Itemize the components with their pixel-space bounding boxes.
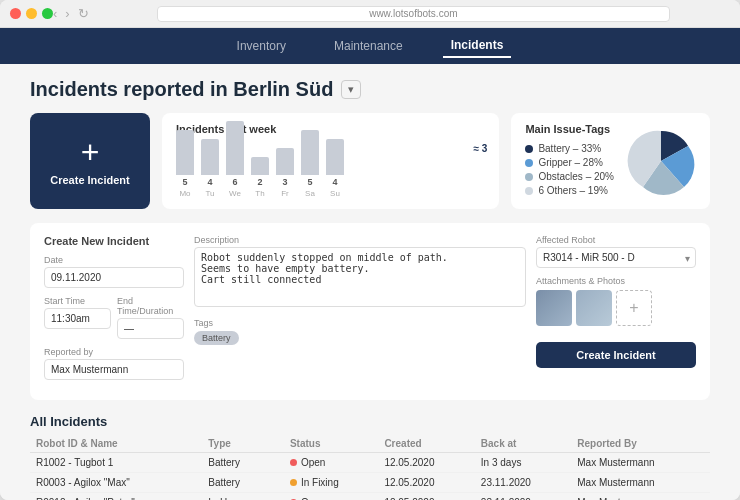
- reported-by-cell: Max Mustermann: [571, 453, 710, 473]
- url-bar[interactable]: www.lotsofbots.com: [157, 6, 670, 22]
- back-icon[interactable]: ‹: [53, 6, 57, 21]
- robot-image-2: [576, 290, 612, 326]
- forward-icon[interactable]: ›: [65, 6, 69, 21]
- window-controls: [10, 8, 53, 19]
- tags-group: Tags Battery: [194, 318, 526, 345]
- robot-id-name: R1002 - Tugbot 1: [30, 453, 202, 473]
- reported-by-group: Reported by: [44, 347, 184, 380]
- issue-dot: [525, 145, 533, 153]
- bar-col: 6We: [226, 121, 244, 198]
- image-thumb-2[interactable]: [576, 290, 612, 326]
- tag-badge[interactable]: Battery: [194, 331, 239, 345]
- affected-robot-select[interactable]: R3014 - MiR 500 - D: [536, 247, 696, 268]
- back-at-cell: 23.11.2020: [475, 493, 571, 501]
- table-header: Robot ID & NameTypeStatusCreatedBack atR…: [30, 435, 710, 453]
- bar-col: 2Th: [251, 157, 269, 198]
- minimize-button[interactable]: [26, 8, 37, 19]
- page-title-row: Incidents reported in Berlin Süd ▾: [30, 78, 710, 101]
- table-header-cell: Reported By: [571, 435, 710, 453]
- cards-row: + Create Incident Incidents last week 5M…: [30, 113, 710, 209]
- form-title: Create New Incident: [44, 235, 184, 247]
- header-row: Robot ID & NameTypeStatusCreatedBack atR…: [30, 435, 710, 453]
- status-cell: Open: [284, 453, 378, 473]
- reported-by-cell: Max Mustermann: [571, 473, 710, 493]
- created-cell: 12.05.2020: [378, 453, 474, 473]
- titlebar: ‹ › ↻ www.lotsofbots.com: [0, 0, 740, 28]
- issue-info: Main Issue-Tags Battery – 33%Gripper – 2…: [525, 123, 614, 199]
- status-text: In Fixing: [301, 477, 339, 488]
- plus-icon: +: [81, 136, 100, 168]
- bar-col: 5Sa: [301, 130, 319, 198]
- type-cell: Battery: [202, 453, 284, 473]
- bar-col: 5Mo: [176, 130, 194, 198]
- form-right: Affected Robot R3014 - MiR 500 - D Attac…: [536, 235, 696, 388]
- table-row[interactable]: R0012 - Agilox "Petra"In-HouseOpen12.05.…: [30, 493, 710, 501]
- navbar: Inventory Maintenance Incidents: [0, 28, 740, 64]
- affected-robot-group: Affected Robot R3014 - MiR 500 - D: [536, 235, 696, 268]
- reported-by-input[interactable]: [44, 359, 184, 380]
- image-thumb-1[interactable]: [536, 290, 572, 326]
- bar-col: 4Tu: [201, 139, 219, 198]
- page-content: Incidents reported in Berlin Süd ▾ + Cre…: [0, 64, 740, 500]
- table-header-cell: Back at: [475, 435, 571, 453]
- status-dot: [290, 479, 297, 486]
- bar-col: 3Fr: [276, 148, 294, 198]
- maximize-button[interactable]: [42, 8, 53, 19]
- status-cell: Open: [284, 493, 378, 501]
- table-header-cell: Created: [378, 435, 474, 453]
- issue-list-item: 6 Others – 19%: [525, 185, 614, 196]
- status-badge: In Fixing: [290, 477, 372, 488]
- issue-list: Battery – 33%Gripper – 28%Obstacles – 20…: [525, 143, 614, 196]
- create-incident-card[interactable]: + Create Incident: [30, 113, 150, 209]
- issue-tags-card: Main Issue-Tags Battery – 33%Gripper – 2…: [511, 113, 710, 209]
- browser-nav: ‹ › ↻: [53, 6, 89, 21]
- table-row[interactable]: R0003 - Agilox "Max"BatteryIn Fixing12.0…: [30, 473, 710, 493]
- description-input[interactable]: Robot suddenly stopped on middle of path…: [194, 247, 526, 307]
- status-cell: In Fixing: [284, 473, 378, 493]
- start-time-input[interactable]: [44, 308, 111, 329]
- issue-label: Obstacles – 20%: [538, 171, 614, 182]
- robot-id-name: R0012 - Agilox "Petra": [30, 493, 202, 501]
- add-image-button[interactable]: +: [616, 290, 652, 326]
- tags-label: Tags: [194, 318, 526, 328]
- refresh-icon[interactable]: ↻: [78, 6, 89, 21]
- create-incident-button[interactable]: Create Incident: [536, 342, 696, 368]
- issue-list-item: Obstacles – 20%: [525, 171, 614, 182]
- incidents-chart-card: Incidents last week 5Mo4Tu6We2Th3Fr5Sa4S…: [162, 113, 499, 209]
- table-row[interactable]: R1002 - Tugbot 1BatteryOpen12.05.2020In …: [30, 453, 710, 473]
- location-dropdown[interactable]: ▾: [341, 80, 361, 99]
- form-center: Description Robot suddenly stopped on mi…: [194, 235, 526, 388]
- table-header-cell: Robot ID & Name: [30, 435, 202, 453]
- end-time-input[interactable]: [117, 318, 184, 339]
- issue-tags-title: Main Issue-Tags: [525, 123, 614, 135]
- issue-list-item: Gripper – 28%: [525, 157, 614, 168]
- affected-robot-label: Affected Robot: [536, 235, 696, 245]
- chart-title: Incidents last week: [176, 123, 485, 135]
- reported-by-label: Reported by: [44, 347, 184, 357]
- date-input[interactable]: [44, 267, 184, 288]
- back-at-cell: In 3 days: [475, 453, 571, 473]
- end-time-group: End Time/Duration: [117, 296, 184, 339]
- time-row: Start Time End Time/Duration: [44, 296, 184, 347]
- issue-dot: [525, 159, 533, 167]
- close-button[interactable]: [10, 8, 21, 19]
- nav-maintenance[interactable]: Maintenance: [326, 35, 411, 57]
- issue-dot: [525, 187, 533, 195]
- create-incident-form: Create New Incident Date Start Time End …: [30, 223, 710, 400]
- images-row: +: [536, 290, 696, 326]
- incidents-table: Robot ID & NameTypeStatusCreatedBack atR…: [30, 435, 710, 500]
- robot-id-name: R0003 - Agilox "Max": [30, 473, 202, 493]
- created-cell: 12.05.2020: [378, 473, 474, 493]
- status-badge: Open: [290, 457, 372, 468]
- type-cell: Battery: [202, 473, 284, 493]
- bar-col: 4Su: [326, 139, 344, 198]
- nav-inventory[interactable]: Inventory: [229, 35, 294, 57]
- table-header-cell: Status: [284, 435, 378, 453]
- status-text: Open: [301, 457, 325, 468]
- issue-dot: [525, 173, 533, 181]
- nav-incidents[interactable]: Incidents: [443, 34, 512, 58]
- description-group: Description Robot suddenly stopped on mi…: [194, 235, 526, 310]
- pie-chart: [626, 126, 696, 196]
- end-time-label: End Time/Duration: [117, 296, 184, 316]
- issue-list-item: Battery – 33%: [525, 143, 614, 154]
